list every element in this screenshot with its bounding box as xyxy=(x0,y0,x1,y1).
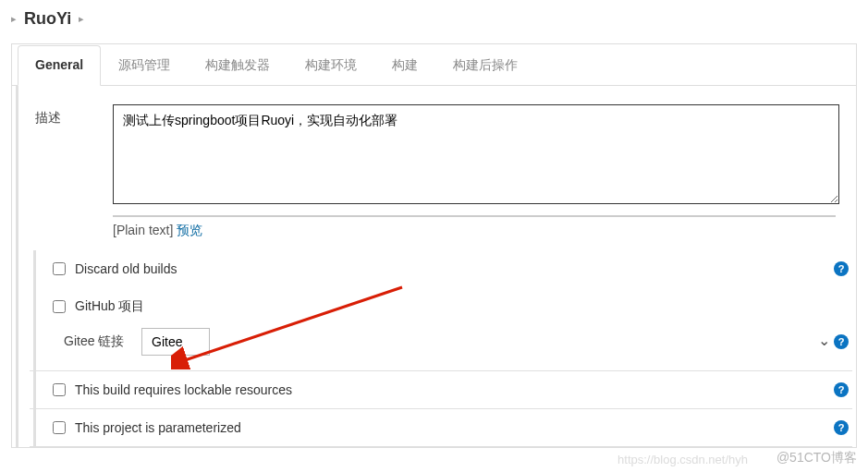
tab-build[interactable]: 构建 xyxy=(374,45,435,86)
description-label: 描述 xyxy=(35,104,94,127)
gitee-select[interactable]: Gitee xyxy=(141,328,210,356)
watermark-csdn: https://blog.csdn.net/hyh xyxy=(617,453,748,466)
help-icon[interactable]: ? xyxy=(834,382,849,397)
help-icon[interactable]: ? xyxy=(834,334,849,349)
breadcrumb: ▸ RuoYi ▸ xyxy=(0,0,868,43)
help-icon[interactable]: ? xyxy=(834,420,849,435)
chevron-right-icon: ▸ xyxy=(79,13,84,25)
discard-old-builds-row: Discard old builds ? xyxy=(53,254,839,284)
lockable-resources-checkbox[interactable] xyxy=(53,383,66,396)
tab-triggers[interactable]: 构建触发器 xyxy=(188,45,287,86)
parameterized-checkbox[interactable] xyxy=(53,421,66,434)
gitee-row: Gitee 链接 Gitee ? xyxy=(53,322,839,367)
gitee-label: Gitee 链接 xyxy=(64,333,130,350)
preview-link[interactable]: 预览 xyxy=(177,223,202,237)
parameterized-label: This project is parameterized xyxy=(75,420,241,435)
plain-text-label: [Plain text] xyxy=(113,223,173,237)
discard-old-builds-label: Discard old builds xyxy=(75,261,177,276)
description-section: 描述 测试上传springboot项目Ruoyi，实现自动化部署 [Plain … xyxy=(16,86,856,250)
discard-old-builds-checkbox[interactable] xyxy=(53,262,66,275)
help-icon[interactable]: ? xyxy=(834,261,849,276)
tab-postbuild[interactable]: 构建后操作 xyxy=(435,45,535,86)
lockable-resources-label: This build requires lockable resources xyxy=(75,382,292,397)
options-section: Discard old builds ? GitHub 项目 Gitee 链接 … xyxy=(16,250,856,447)
parameterized-row: This project is parameterized ? xyxy=(53,413,839,442)
preview-row: [Plain text] 预览 xyxy=(113,215,836,239)
tab-env[interactable]: 构建环境 xyxy=(287,45,374,86)
tab-bar: General 源码管理 构建触发器 构建环境 构建 构建后操作 xyxy=(12,44,856,86)
lockable-resources-row: This build requires lockable resources ? xyxy=(53,375,839,405)
breadcrumb-title[interactable]: RuoYi xyxy=(24,9,71,29)
chevron-right-icon: ▸ xyxy=(11,13,17,25)
tab-scm[interactable]: 源码管理 xyxy=(101,45,188,86)
config-panel: General 源码管理 构建触发器 构建环境 构建 构建后操作 描述 测试上传… xyxy=(11,43,857,448)
watermark-51cto: @51CTO博客 xyxy=(776,450,857,466)
github-project-row: GitHub 项目 xyxy=(53,291,839,322)
tab-general[interactable]: General xyxy=(18,45,101,86)
github-project-label: GitHub 项目 xyxy=(75,298,144,315)
description-input[interactable]: 测试上传springboot项目Ruoyi，实现自动化部署 xyxy=(113,104,839,204)
github-project-checkbox[interactable] xyxy=(53,300,66,313)
